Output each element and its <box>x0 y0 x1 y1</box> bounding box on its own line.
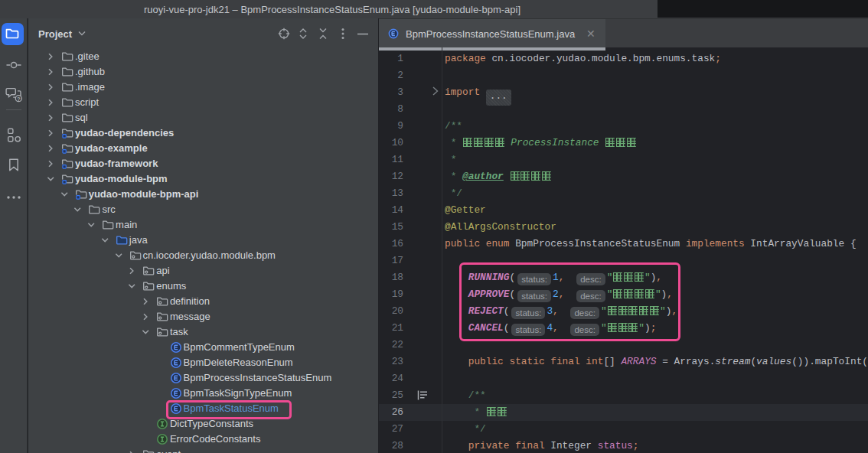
svg-text:?: ? <box>17 96 21 103</box>
